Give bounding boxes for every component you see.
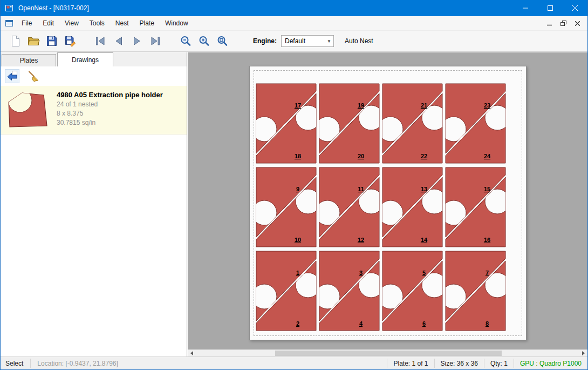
tab-plates[interactable]: Plates <box>2 54 56 66</box>
nested-pair-cell[interactable]: 2324 <box>441 84 510 163</box>
nested-pair-cell[interactable]: 1718 <box>252 84 320 163</box>
horizontal-scrollbar[interactable] <box>188 349 587 356</box>
plate-sheet[interactable]: 171819202122232491011121314151612345678 <box>249 66 527 340</box>
previous-plate-button[interactable] <box>110 32 128 50</box>
part-number: 9 <box>296 186 299 192</box>
zoom-fit-icon <box>216 35 229 48</box>
new-button[interactable] <box>6 32 24 50</box>
drawing-area: 30.7815 sq/in <box>57 119 163 126</box>
status-plate: Plate: 1 of 1 <box>387 360 434 367</box>
nested-pair-cell[interactable]: 1920 <box>315 84 384 163</box>
open-folder-icon <box>27 35 40 48</box>
part-number: 12 <box>358 237 364 243</box>
menu-nest[interactable]: Nest <box>110 16 134 30</box>
nested-pair-cell[interactable]: 12 <box>252 251 320 331</box>
zoom-in-icon <box>197 35 210 48</box>
menu-window[interactable]: Window <box>160 16 194 30</box>
part-hole <box>422 105 447 130</box>
part-number: 10 <box>295 237 301 243</box>
part-hole <box>252 200 277 225</box>
mdi-restore-button[interactable] <box>556 17 570 29</box>
drawings-toolbar <box>1 66 187 86</box>
part-number: 3 <box>359 270 363 276</box>
app-icon <box>5 4 13 12</box>
nested-pair-cell[interactable]: 1516 <box>441 167 510 247</box>
part-number: 22 <box>421 153 427 159</box>
part-hole <box>441 284 466 309</box>
part-hole <box>485 105 510 130</box>
next-plate-button[interactable] <box>128 32 146 50</box>
drawing-list-item[interactable]: 4980 A05 Extraction pipe holder 24 of 1 … <box>1 86 187 134</box>
main-toolbar: Engine: Default ▼ Auto Nest <box>1 30 587 52</box>
engine-label: Engine: <box>253 37 277 45</box>
nest-canvas[interactable]: 171819202122232491011121314151612345678 <box>188 52 587 349</box>
nested-pair-cell[interactable]: 910 <box>252 167 320 247</box>
nested-pair-cell[interactable]: 2122 <box>378 84 447 163</box>
auto-nest-label[interactable]: Auto Nest <box>345 37 373 45</box>
mdi-close-button[interactable] <box>570 17 584 29</box>
minimize-icon <box>523 5 528 11</box>
part-hole <box>441 200 466 225</box>
side-panel: Plates Drawings <box>1 52 187 356</box>
scrollbar-thumb[interactable] <box>275 351 502 356</box>
mdi-minimize-icon <box>547 21 552 26</box>
part-hole <box>315 200 340 225</box>
minimize-button[interactable] <box>513 0 538 16</box>
part-hole <box>378 200 403 225</box>
nested-pair-cell[interactable]: 56 <box>378 251 447 331</box>
part-number: 2 <box>296 320 299 327</box>
close-icon <box>572 5 578 11</box>
part-number: 24 <box>484 153 491 159</box>
last-plate-button[interactable] <box>146 32 165 50</box>
scroll-left-button[interactable] <box>188 350 195 356</box>
menu-bar: File Edit View Tools Nest Plate Window <box>1 16 587 30</box>
save-as-button[interactable] <box>61 32 79 50</box>
drawing-thumbnail <box>5 89 51 130</box>
nest-svg: 171819202122232491011121314151612345678 <box>250 66 527 341</box>
part-number: 7 <box>486 270 489 276</box>
save-edit-icon <box>64 35 77 48</box>
close-button[interactable] <box>563 0 587 16</box>
part-number: 20 <box>358 153 364 159</box>
menu-plate[interactable]: Plate <box>134 16 160 30</box>
nested-pair-cell[interactable]: 34 <box>315 251 384 331</box>
status-bar: Select Location: [-0.9437, 21.8796] Plat… <box>1 356 587 369</box>
mdi-restore-icon <box>560 21 566 26</box>
menu-tools[interactable]: Tools <box>84 16 110 30</box>
part-hole <box>252 117 277 142</box>
part-number: 17 <box>295 102 301 109</box>
part-hole <box>359 105 384 130</box>
menu-view[interactable]: View <box>59 16 84 30</box>
title-bar: OpenNest - [N0317-002] <box>1 0 587 16</box>
tab-drawings[interactable]: Drawings <box>57 52 113 66</box>
part-number: 15 <box>484 186 490 192</box>
status-mode: Select <box>1 360 30 367</box>
menu-file[interactable]: File <box>16 16 37 30</box>
open-button[interactable] <box>24 32 43 50</box>
maximize-button[interactable] <box>538 0 563 16</box>
last-arrow-icon <box>149 35 162 48</box>
part-number: 13 <box>421 186 427 192</box>
part-hole <box>378 284 403 309</box>
app-window: OpenNest - [N0317-002] File Edit View To… <box>0 0 588 370</box>
part-hole <box>296 105 320 130</box>
zoom-fit-button[interactable] <box>213 32 231 50</box>
menu-edit[interactable]: Edit <box>37 16 59 30</box>
save-button[interactable] <box>43 32 61 50</box>
nested-pair-cell[interactable]: 78 <box>441 251 510 331</box>
part-hole <box>485 189 510 214</box>
nested-pair-cell[interactable]: 1314 <box>378 167 447 247</box>
mdi-minimize-button[interactable] <box>542 17 556 29</box>
zoom-out-button[interactable] <box>176 32 195 50</box>
part-hole <box>296 273 320 298</box>
first-plate-button[interactable] <box>91 32 110 50</box>
document-window-icon <box>5 19 13 28</box>
import-drawing-button[interactable] <box>5 69 19 83</box>
engine-select[interactable]: Default ▼ <box>281 35 334 47</box>
nested-pair-cell[interactable]: 1112 <box>315 167 384 247</box>
scroll-right-button[interactable] <box>580 350 587 356</box>
import-arrow-icon <box>6 70 19 83</box>
clear-drawings-button[interactable] <box>26 69 40 83</box>
zoom-in-button[interactable] <box>195 32 213 50</box>
part-hole <box>422 189 447 214</box>
